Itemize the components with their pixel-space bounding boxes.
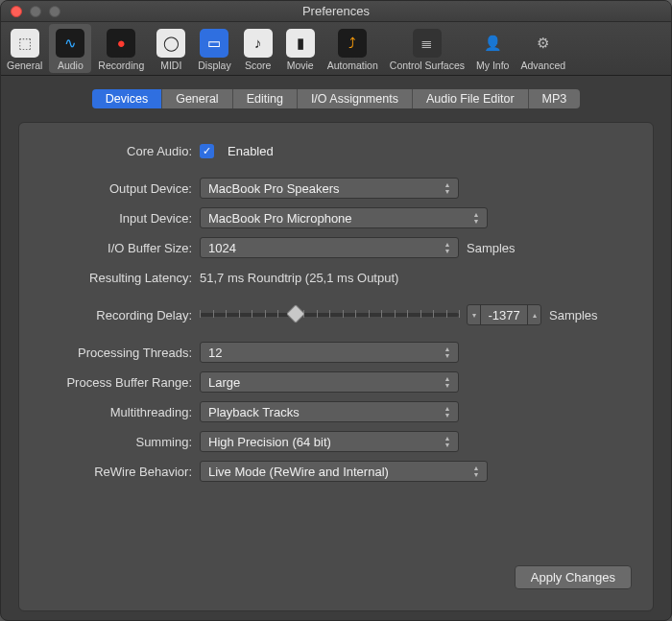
window-title: Preferences <box>1 4 671 18</box>
toolbar-item-label: Recording <box>98 60 144 71</box>
recording-delay-suffix: Samples <box>549 308 598 322</box>
chevron-updown-icon: ▲▼ <box>469 464 483 479</box>
processing-threads-select[interactable]: 12 ▲▼ <box>200 342 459 363</box>
tab-bar: DevicesGeneralEditingI/O AssignmentsAudi… <box>18 89 654 108</box>
slider-thumb-icon[interactable] <box>286 304 305 323</box>
chevron-updown-icon: ▲▼ <box>441 240 454 255</box>
toolbar-item-label: Display <box>198 60 230 71</box>
toolbar-item-my-info[interactable]: 👤My Info <box>470 22 515 75</box>
general-icon: ⬚ <box>11 29 39 58</box>
tab-editing[interactable]: Editing <box>233 89 298 108</box>
tab-devices[interactable]: Devices <box>92 89 162 108</box>
toolbar: ⬚General∿Audio●Recording◯MIDI▭Display♪Sc… <box>1 22 671 76</box>
chevron-updown-icon: ▲▼ <box>469 210 483 226</box>
tab-mp3[interactable]: MP3 <box>529 89 581 108</box>
processing-threads-value: 12 <box>208 346 222 360</box>
toolbar-item-advanced[interactable]: ⚙Advanced <box>515 22 571 75</box>
recording-delay-value: -1377 <box>481 308 527 322</box>
movie-icon: ▮ <box>286 29 315 58</box>
process-buffer-range-select[interactable]: Large ▲▼ <box>200 371 459 393</box>
recording-delay-stepper[interactable]: ▾ -1377 ▴ <box>467 304 541 325</box>
chevron-updown-icon: ▲▼ <box>441 404 454 419</box>
toolbar-item-movie[interactable]: ▮Movie <box>279 22 322 75</box>
control-surfaces-icon: ≣ <box>413 29 442 58</box>
rewire-select[interactable]: Live Mode (ReWire and Internal) ▲▼ <box>200 461 488 482</box>
recording-delay-slider[interactable] <box>200 304 459 325</box>
toolbar-item-automation[interactable]: ⤴Automation <box>322 22 384 75</box>
stepper-down-icon[interactable]: ▾ <box>468 305 481 324</box>
multithreading-label: Multithreading: <box>38 405 200 419</box>
preferences-window: Preferences ⬚General∿Audio●Recording◯MID… <box>0 0 672 621</box>
process-buffer-range-value: Large <box>208 375 240 390</box>
midi-icon: ◯ <box>156 29 185 58</box>
processing-threads-label: Processing Threads: <box>38 346 200 360</box>
summing-select[interactable]: High Precision (64 bit) ▲▼ <box>200 431 459 452</box>
chevron-updown-icon: ▲▼ <box>441 180 454 196</box>
chevron-updown-icon: ▲▼ <box>441 434 454 449</box>
toolbar-item-midi[interactable]: ◯MIDI <box>150 22 192 75</box>
stepper-up-icon[interactable]: ▴ <box>527 305 540 324</box>
core-audio-label: Core Audio: <box>38 144 200 158</box>
toolbar-item-label: Movie <box>287 60 314 71</box>
recording-delay-label: Recording Delay: <box>38 308 200 322</box>
output-device-select[interactable]: MacBook Pro Speakers ▲▼ <box>200 178 459 199</box>
process-buffer-range-label: Process Buffer Range: <box>38 375 200 390</box>
resulting-latency-label: Resulting Latency: <box>38 271 200 285</box>
toolbar-item-label: Automation <box>327 60 378 71</box>
toolbar-item-label: Score <box>245 60 271 71</box>
io-buffer-select[interactable]: 1024 ▲▼ <box>200 237 459 258</box>
audio-icon: ∿ <box>56 29 84 58</box>
toolbar-item-label: General <box>7 60 42 71</box>
io-buffer-value: 1024 <box>208 241 236 255</box>
toolbar-item-display[interactable]: ▭Display <box>192 22 236 75</box>
rewire-label: ReWire Behavior: <box>38 465 200 479</box>
toolbar-item-score[interactable]: ♪Score <box>237 22 279 75</box>
multithreading-select[interactable]: Playback Tracks ▲▼ <box>200 401 459 422</box>
tab-audio-file-editor[interactable]: Audio File Editor <box>413 89 529 108</box>
apply-changes-button[interactable]: Apply Changes <box>515 565 632 589</box>
advanced-icon: ⚙ <box>529 29 558 58</box>
tab-general[interactable]: General <box>162 89 232 108</box>
output-device-value: MacBook Pro Speakers <box>208 181 340 196</box>
automation-icon: ⤴ <box>338 29 367 58</box>
toolbar-item-recording[interactable]: ●Recording <box>92 22 150 75</box>
toolbar-item-label: Audio <box>58 60 84 71</box>
toolbar-item-label: Advanced <box>520 60 565 71</box>
resulting-latency-value: 51,7 ms Roundtrip (25,1 ms Output) <box>200 271 398 285</box>
tab-i-o-assignments[interactable]: I/O Assignments <box>298 89 413 108</box>
input-device-value: MacBook Pro Microphone <box>208 211 352 226</box>
titlebar: Preferences <box>1 1 671 22</box>
summing-label: Summing: <box>38 435 200 449</box>
core-audio-checkbox[interactable]: ✓ <box>200 144 214 158</box>
recording-icon: ● <box>107 29 135 58</box>
io-buffer-suffix: Samples <box>467 241 516 255</box>
toolbar-item-label: My Info <box>476 60 509 71</box>
rewire-value: Live Mode (ReWire and Internal) <box>208 465 389 479</box>
io-buffer-label: I/O Buffer Size: <box>38 241 200 255</box>
summing-value: High Precision (64 bit) <box>208 435 331 449</box>
chevron-updown-icon: ▲▼ <box>441 345 454 360</box>
toolbar-item-control-surfaces[interactable]: ≣Control Surfaces <box>384 22 470 75</box>
score-icon: ♪ <box>244 29 273 58</box>
multithreading-value: Playback Tracks <box>208 405 300 419</box>
my-info-icon: 👤 <box>478 29 507 58</box>
core-audio-enabled-label: Enabled <box>228 144 274 158</box>
toolbar-item-label: Control Surfaces <box>390 60 465 71</box>
input-device-select[interactable]: MacBook Pro Microphone ▲▼ <box>200 207 488 228</box>
chevron-updown-icon: ▲▼ <box>441 374 454 390</box>
toolbar-item-audio[interactable]: ∿Audio <box>49 24 91 73</box>
toolbar-item-label: MIDI <box>160 60 181 71</box>
display-icon: ▭ <box>200 29 228 58</box>
input-device-label: Input Device: <box>38 211 200 226</box>
toolbar-item-general[interactable]: ⬚General <box>1 22 48 75</box>
output-device-label: Output Device: <box>38 181 200 196</box>
devices-panel: Core Audio: ✓ Enabled Output Device: Mac… <box>18 122 654 611</box>
